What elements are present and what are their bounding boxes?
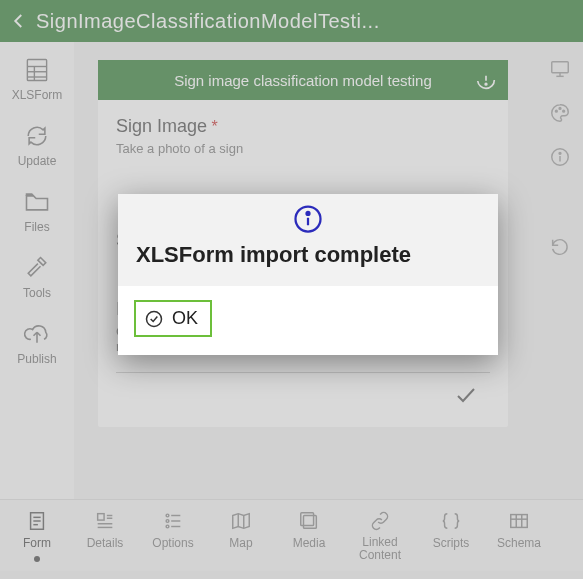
dialog-title: XLSForm import complete — [136, 242, 480, 268]
rail-publish-label: Publish — [17, 352, 56, 366]
svg-point-44 — [147, 311, 162, 326]
q1-block: Sign Image * Take a photo of a sign — [116, 116, 490, 156]
info-circle-icon — [293, 204, 323, 234]
details-icon — [93, 510, 117, 532]
tab-active-dot — [34, 556, 40, 562]
tab-options-label: Options — [152, 536, 193, 550]
ok-button[interactable]: OK — [134, 300, 212, 337]
media-icon — [297, 510, 321, 532]
folder-icon — [22, 188, 52, 216]
check-icon[interactable] — [454, 383, 478, 407]
schema-icon — [507, 510, 531, 532]
svg-rect-8 — [552, 62, 569, 73]
hammer-icon — [22, 254, 52, 282]
tab-details[interactable]: Details — [72, 508, 138, 550]
rail-xlsform[interactable]: XLSForm — [12, 56, 63, 102]
app-header: SignImageClassificationModelTesti... — [0, 0, 583, 42]
palette-icon[interactable] — [549, 102, 571, 124]
tab-options[interactable]: Options — [140, 508, 206, 550]
ok-button-label: OK — [172, 308, 198, 329]
svg-point-7 — [485, 83, 487, 85]
svg-point-12 — [559, 108, 561, 110]
left-rail: XLSForm Update Files Tools Publish — [0, 42, 74, 499]
bottom-tabs: Form Details Options Map Media Linked Co… — [0, 499, 583, 571]
svg-point-11 — [555, 110, 557, 112]
form-title: Sign image classification model testing — [174, 72, 432, 89]
rail-update-label: Update — [18, 154, 57, 168]
monitor-icon[interactable] — [549, 58, 571, 80]
form-icon — [25, 510, 49, 532]
rail-xlsform-label: XLSForm — [12, 88, 63, 102]
svg-point-28 — [166, 520, 169, 523]
app-title: SignImageClassificationModelTesti... — [36, 10, 380, 33]
checkmark-circle-icon — [144, 309, 164, 329]
form-footer — [116, 379, 490, 421]
dialog-header: XLSForm import complete — [118, 194, 498, 286]
rail-files-label: Files — [24, 220, 49, 234]
tab-schema-label: Schema — [497, 536, 541, 550]
q1-required: * — [212, 118, 218, 135]
cloud-upload-icon — [22, 320, 52, 348]
svg-point-30 — [166, 525, 169, 528]
tab-linked-label: Linked Content — [344, 536, 416, 562]
form-divider — [116, 372, 490, 373]
svg-point-16 — [559, 152, 561, 154]
tab-form[interactable]: Form — [4, 508, 70, 562]
refresh-icon — [22, 122, 52, 150]
tab-linked[interactable]: Linked Content — [344, 508, 416, 562]
rail-files[interactable]: Files — [22, 188, 52, 234]
import-dialog: XLSForm import complete OK — [118, 194, 498, 355]
svg-point-13 — [563, 110, 565, 112]
q1-hint: Take a photo of a sign — [116, 141, 490, 156]
form-titlebar: Sign image classification model testing — [98, 60, 508, 100]
svg-point-43 — [307, 212, 310, 215]
tab-scripts-label: Scripts — [433, 536, 470, 550]
rail-publish[interactable]: Publish — [17, 320, 56, 366]
rail-tools[interactable]: Tools — [22, 254, 52, 300]
svg-point-26 — [166, 514, 169, 517]
tab-map-label: Map — [229, 536, 252, 550]
svg-rect-36 — [301, 513, 314, 526]
svg-rect-35 — [304, 516, 317, 529]
alert-icon[interactable] — [476, 70, 496, 90]
map-icon — [229, 510, 253, 532]
link-icon — [368, 510, 392, 532]
tab-details-label: Details — [87, 536, 124, 550]
right-rail — [537, 42, 583, 499]
svg-rect-21 — [98, 514, 104, 520]
braces-icon — [439, 510, 463, 532]
svg-rect-37 — [511, 515, 528, 528]
tab-map[interactable]: Map — [208, 508, 274, 550]
dialog-body: OK — [118, 286, 498, 355]
tab-form-label: Form — [23, 536, 51, 550]
back-icon[interactable] — [10, 12, 28, 30]
q1-label: Sign Image — [116, 116, 207, 136]
info-icon[interactable] — [549, 146, 571, 168]
tab-media-label: Media — [293, 536, 326, 550]
tab-schema[interactable]: Schema — [486, 508, 552, 550]
tab-scripts[interactable]: Scripts — [418, 508, 484, 550]
tab-media[interactable]: Media — [276, 508, 342, 550]
spreadsheet-icon — [22, 56, 52, 84]
undo-icon[interactable] — [549, 236, 571, 258]
rail-tools-label: Tools — [23, 286, 51, 300]
svg-marker-32 — [233, 514, 250, 529]
options-icon — [161, 510, 185, 532]
rail-update[interactable]: Update — [18, 122, 57, 168]
